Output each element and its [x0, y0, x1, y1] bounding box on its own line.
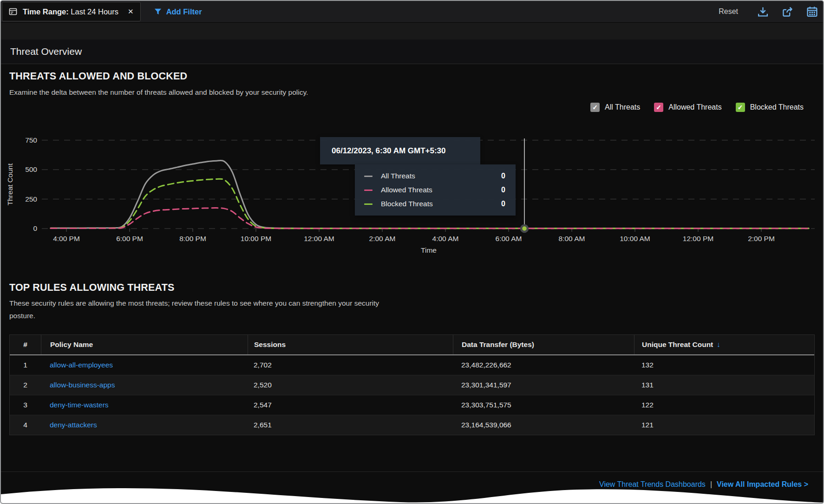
table-header: # Policy Name Sessions Data Transfer (By…	[10, 335, 814, 355]
x-tick-label: 8:00 AM	[559, 235, 585, 242]
x-tick-label: 2:00 PM	[748, 235, 775, 242]
x-tick-label: 10:00 AM	[620, 235, 650, 242]
cell-data-transfer: 23,301,341,597	[453, 381, 634, 389]
chart-tooltip-header: 06/12/2023, 6:30 AM GMT+5:30	[320, 137, 480, 164]
chart-tooltip: All Threats 0 Allowed Threats 0 Blocked …	[355, 164, 516, 216]
series-swatch	[364, 190, 373, 191]
download-icon[interactable]	[757, 6, 769, 18]
legend-all-threats[interactable]: ✓ All Threats	[590, 103, 640, 112]
time-range-label: Time Range: Last 24 Hours	[23, 7, 118, 16]
cell-policy-name: allow-business-apps	[41, 381, 248, 389]
col-header-rank: #	[10, 335, 41, 354]
tooltip-row: Blocked Threats 0	[364, 197, 505, 211]
cell-unique-threat-count: 131	[634, 381, 814, 389]
footer-links: View Threat Trends Dashboards | View All…	[599, 480, 808, 489]
cell-rank: 3	[10, 401, 41, 409]
table-row: 3deny-time-wasters2,54723,303,751,575122	[10, 395, 814, 415]
cell-sessions: 2,547	[248, 401, 453, 409]
add-filter-button[interactable]: Add Filter	[154, 7, 202, 16]
tooltip-row: All Threats 0	[364, 169, 505, 183]
cell-sessions: 2,651	[248, 421, 453, 429]
spacer-band	[1, 23, 823, 39]
sort-desc-icon[interactable]: ↓	[717, 340, 720, 349]
y-tick-label: 0	[33, 224, 37, 232]
toolbar: Time Range: Last 24 Hours ✕ Add Filter R…	[1, 1, 823, 23]
top-rules-table: # Policy Name Sessions Data Transfer (By…	[9, 334, 815, 435]
cell-rank: 4	[10, 421, 41, 429]
chart-section-subtitle: Examine the delta between the number of …	[9, 86, 308, 98]
checkbox-checked-icon: ✓	[590, 103, 600, 112]
cell-policy-name: deny-attackers	[41, 421, 248, 429]
checkbox-checked-icon: ✓	[654, 103, 663, 112]
x-tick-label: 4:00 PM	[53, 235, 80, 242]
cell-sessions: 2,520	[248, 381, 453, 389]
time-range-chip[interactable]: Time Range: Last 24 Hours ✕	[2, 2, 141, 21]
view-threat-trends-link[interactable]: View Threat Trends Dashboards	[599, 480, 706, 489]
cell-policy-name: allow-all-employees	[41, 361, 248, 369]
cell-rank: 1	[10, 361, 41, 369]
add-filter-label: Add Filter	[166, 7, 202, 16]
legend-blocked-threats[interactable]: ✓ Blocked Threats	[736, 103, 804, 112]
view-impacted-rules-link[interactable]: View All Impacted Rules >	[717, 480, 808, 489]
calendar-icon[interactable]	[806, 6, 818, 18]
x-tick-label: 8:00 PM	[179, 235, 206, 242]
table-row: 4deny-attackers2,65123,164,539,066121	[10, 415, 814, 435]
table-row: 1allow-all-employees2,70223,482,226,6621…	[10, 355, 814, 375]
col-header-unique-threat-count[interactable]: Unique Threat Count ↓	[634, 335, 814, 354]
share-icon[interactable]	[781, 6, 794, 18]
checkbox-checked-icon: ✓	[736, 103, 745, 112]
close-icon[interactable]: ✕	[128, 7, 134, 16]
legend-allowed-threats[interactable]: ✓ Allowed Threats	[654, 103, 721, 112]
x-tick-label: 6:00 AM	[496, 235, 522, 242]
toolbar-actions: Reset	[719, 6, 823, 18]
cell-sessions: 2,702	[248, 361, 453, 369]
cell-data-transfer: 23,482,226,662	[453, 361, 634, 369]
col-header-sessions: Sessions	[248, 335, 453, 354]
page-title: Threat Overview	[10, 46, 82, 57]
x-tick-label: 12:00 AM	[304, 235, 334, 242]
footer-divider	[1, 471, 823, 472]
chart-section-title: THREATS ALLOWED AND BLOCKED	[9, 71, 187, 82]
policy-name-link[interactable]: allow-business-apps	[50, 381, 115, 389]
tooltip-row: Allowed Threats 0	[364, 183, 505, 197]
table-row: 2allow-business-apps2,52023,301,341,5971…	[10, 375, 814, 395]
cell-unique-threat-count: 122	[634, 401, 814, 409]
cell-data-transfer: 23,164,539,066	[453, 421, 634, 429]
policy-name-link[interactable]: deny-time-wasters	[50, 401, 109, 409]
cell-rank: 2	[10, 381, 41, 389]
policy-name-link[interactable]: allow-all-employees	[50, 361, 113, 369]
series-swatch	[364, 176, 373, 177]
y-axis-label: Threat Count	[6, 163, 14, 205]
chart-legend: ✓ All Threats ✓ Allowed Threats ✓ Blocke…	[590, 103, 804, 112]
policy-name-link[interactable]: deny-attackers	[50, 421, 97, 429]
x-axis-label: Time	[421, 246, 437, 254]
series-swatch	[364, 203, 373, 205]
rules-section-subtitle: These security rules are allowing the mo…	[9, 297, 397, 322]
cell-data-transfer: 23,303,751,575	[453, 401, 634, 409]
y-tick-label: 750	[25, 136, 37, 144]
y-tick-label: 500	[25, 165, 37, 173]
cell-unique-threat-count: 132	[634, 361, 814, 369]
crosshair-marker	[521, 225, 528, 232]
filter-funnel-icon	[154, 7, 162, 16]
y-tick-label: 250	[25, 195, 37, 203]
x-tick-label: 10:00 PM	[241, 235, 271, 242]
x-tick-label: 2:00 AM	[369, 235, 396, 242]
col-header-data-transfer: Data Transfer (Bytes)	[453, 335, 634, 354]
cell-policy-name: deny-time-wasters	[41, 401, 248, 409]
calendar-filter-icon	[9, 7, 18, 16]
x-tick-label: 6:00 PM	[116, 235, 143, 242]
x-tick-label: 4:00 AM	[432, 235, 459, 242]
cell-unique-threat-count: 121	[634, 421, 814, 429]
link-separator: |	[710, 480, 712, 489]
col-header-policy-name: Policy Name	[41, 335, 248, 354]
reset-button[interactable]: Reset	[719, 7, 738, 16]
rules-section-title: TOP RULES ALLOWING THREATS	[9, 282, 175, 294]
table-body: 1allow-all-employees2,70223,482,226,6621…	[10, 355, 814, 435]
dashboard-root: Time Range: Last 24 Hours ✕ Add Filter R…	[0, 0, 824, 504]
x-tick-label: 12:00 PM	[683, 235, 713, 242]
page-header: Threat Overview	[1, 39, 823, 64]
